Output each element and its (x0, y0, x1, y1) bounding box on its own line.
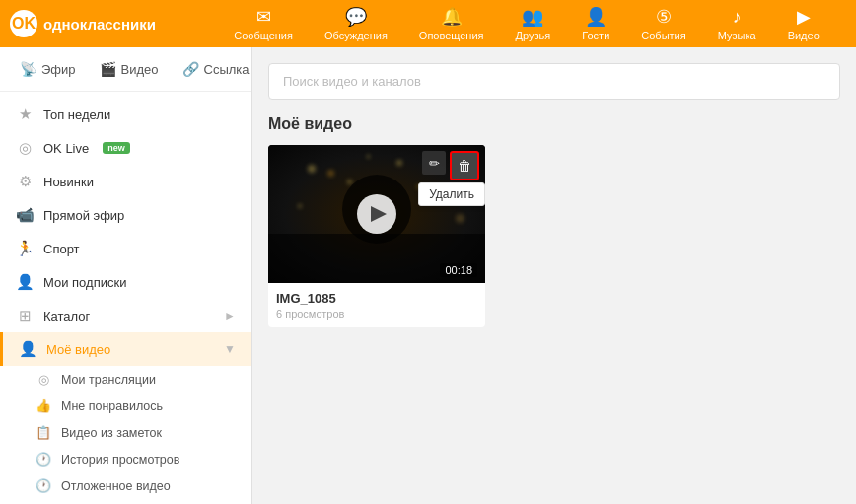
nav-items: ✉ Сообщения 💬 Обсуждения 🔔 Оповещения 👥 … (207, 6, 846, 41)
friends-label: Друзья (516, 30, 551, 41)
sidebar-subitem-my-streams[interactable]: ◎ Мои трансляции (0, 366, 251, 393)
brand-name: одноклассники (43, 16, 156, 33)
content-area: 📡 Эфир 🎬 Видео 🔗 Ссылка ★ Топ недели ◎ (0, 47, 856, 504)
nav-music[interactable]: ♪ Музыка (702, 7, 772, 41)
friends-icon: 👥 (522, 6, 543, 28)
tab-efir[interactable]: 📡 Эфир (12, 57, 84, 81)
music-icon: ♪ (733, 7, 742, 28)
my-video-arrow: ▼ (224, 342, 236, 356)
video-info: IMG_1085 6 просмотров (268, 283, 485, 327)
messages-label: Сообщения (234, 30, 293, 41)
sidebar-item-novosti[interactable]: ⚙ Новинки (0, 165, 251, 198)
discussions-label: Обсуждения (324, 30, 388, 41)
efir-tab-label: Эфир (41, 62, 76, 77)
pencil-icon: ✏ (429, 156, 440, 171)
video-thumbnail[interactable]: 00:18 ✏ 🗑 Удалить (268, 145, 485, 283)
history-icon: 🕐 (36, 452, 51, 467)
video-title: IMG_1085 (276, 291, 477, 306)
video-duration: 00:18 (440, 263, 477, 277)
sidebar-subitem-history[interactable]: 🕐 История просмотров (0, 446, 251, 472)
video-nav-icon: ▶ (797, 6, 811, 28)
ok-logo-icon: OK (10, 10, 37, 37)
from-notes-icon: 📋 (36, 425, 51, 440)
video-grid: 00:18 ✏ 🗑 Удалить IMG_1085 (268, 145, 840, 327)
sidebar-item-my-video[interactable]: 👤 Моё видео ▼ (0, 332, 251, 366)
deferred-icon: 🕐 (36, 478, 51, 493)
notifications-label: Оповещения (419, 30, 484, 41)
nav-discussions[interactable]: 💬 Обсуждения (309, 6, 403, 41)
from-notes-label: Видео из заметок (61, 426, 162, 440)
ssylka-tab-icon: 🔗 (182, 61, 199, 77)
delete-tooltip-text: Удалить (429, 187, 474, 201)
efir-tab-icon: 📡 (20, 61, 36, 77)
nav-friends[interactable]: 👥 Друзья (500, 6, 567, 41)
sidebar-tabs: 📡 Эфир 🎬 Видео 🔗 Ссылка (0, 47, 251, 92)
catalog-icon: ⊞ (16, 307, 34, 324)
notifications-icon: 🔔 (441, 6, 463, 28)
liked-icon: 👍 (36, 398, 51, 413)
trash-icon: 🗑 (458, 158, 471, 174)
sidebar-subitem-liked[interactable]: 👍 Мне понравилось (0, 393, 251, 419)
sidebar-subitem-from-notes[interactable]: 📋 Видео из заметок (0, 419, 251, 446)
ok-live-label: OK Live (43, 141, 89, 156)
my-streams-label: Мои трансляции (61, 373, 156, 387)
video-tab-label: Видео (121, 62, 159, 77)
liked-label: Мне понравилось (61, 399, 163, 413)
video-card: 00:18 ✏ 🗑 Удалить IMG_1085 (268, 145, 485, 327)
video-tab-icon: 🎬 (100, 61, 116, 77)
ssylka-tab-label: Ссылка (204, 62, 250, 77)
top-week-label: Топ недели (43, 108, 110, 122)
top-week-icon: ★ (16, 106, 34, 123)
sidebar-item-subscriptions[interactable]: 👤 Мои подписки (0, 265, 251, 299)
tab-video[interactable]: 🎬 Видео (92, 57, 167, 81)
ok-live-badge: new (103, 142, 130, 154)
play-button[interactable] (357, 194, 396, 234)
guests-icon: 👤 (585, 6, 606, 28)
my-video-label: Моё видео (46, 342, 110, 357)
catalog-arrow: ► (224, 309, 236, 323)
catalog-label: Каталог (43, 309, 90, 324)
logo-area[interactable]: OK одноклассники (10, 10, 207, 37)
nav-guests[interactable]: 👤 Гости (566, 6, 625, 41)
subscriptions-icon: 👤 (16, 273, 34, 291)
sidebar: 📡 Эфир 🎬 Видео 🔗 Ссылка ★ Топ недели ◎ (0, 47, 252, 504)
messages-icon: ✉ (256, 6, 271, 28)
deferred-label: Отложенное видео (61, 479, 171, 493)
nav-video[interactable]: ▶ Видео (772, 6, 835, 41)
main-content: Поиск видео и каналов Моё видео (252, 47, 856, 504)
sidebar-menu: ★ Топ недели ◎ OK Live new ⚙ Новинки 📹 П… (0, 92, 251, 504)
history-label: История просмотров (61, 453, 179, 467)
events-icon: ⑤ (656, 6, 672, 28)
video-views: 6 просмотров (276, 308, 477, 320)
nav-notifications[interactable]: 🔔 Оповещения (403, 6, 500, 41)
sport-icon: 🏃 (16, 240, 34, 257)
my-video-icon: 👤 (19, 340, 36, 358)
pryamoy-icon: 📹 (16, 206, 34, 224)
pryamoy-label: Прямой эфир (43, 208, 124, 223)
sidebar-item-sport[interactable]: 🏃 Спорт (0, 232, 251, 265)
nav-events[interactable]: ⑤ События (625, 6, 701, 41)
sport-label: Спорт (43, 242, 80, 256)
sidebar-item-top-week[interactable]: ★ Топ недели (0, 98, 251, 131)
section-title: Моё видео (268, 115, 840, 133)
my-streams-icon: ◎ (36, 372, 51, 387)
ok-live-icon: ◎ (16, 139, 34, 157)
novosti-icon: ⚙ (16, 173, 34, 190)
nav-messages[interactable]: ✉ Сообщения (218, 6, 309, 41)
novosti-label: Новинки (43, 175, 94, 189)
sidebar-item-pryamoy[interactable]: 📹 Прямой эфир (0, 198, 251, 232)
sidebar-item-catalog[interactable]: ⊞ Каталог ► (0, 299, 251, 332)
subscriptions-label: Мои подписки (43, 275, 126, 290)
tab-ssylka[interactable]: 🔗 Ссылка (175, 57, 252, 81)
top-nav: OK одноклассники ✉ Сообщения 💬 Обсуждени… (0, 0, 856, 47)
sidebar-subitem-deferred[interactable]: 🕐 Отложенное видео (0, 472, 251, 499)
delete-button[interactable]: 🗑 (450, 151, 479, 180)
video-nav-label: Видео (788, 30, 820, 41)
search-placeholder: Поиск видео и каналов (283, 74, 421, 89)
sidebar-item-ok-live[interactable]: ◎ OK Live new (0, 131, 251, 165)
search-bar[interactable]: Поиск видео и каналов (268, 63, 840, 100)
delete-tooltip: Удалить (418, 182, 485, 206)
guests-label: Гости (582, 30, 609, 41)
music-label: Музыка (718, 30, 756, 41)
edit-button[interactable]: ✏ (422, 151, 446, 175)
